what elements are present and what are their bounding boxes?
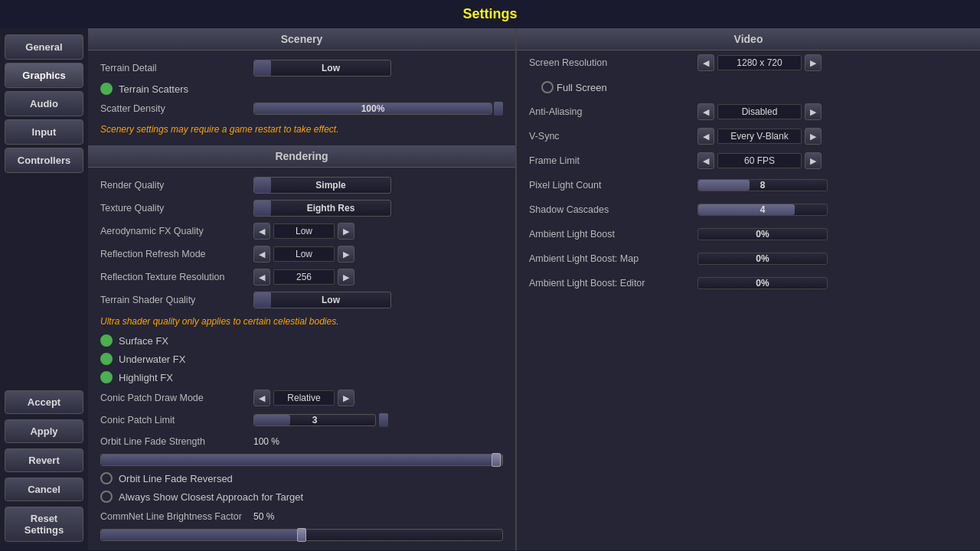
sidebar-item-general[interactable]: General [5, 34, 83, 60]
render-quality-value: Simple [271, 180, 390, 191]
sidebar-item-audio[interactable]: Audio [5, 91, 83, 116]
reflection-texture-row: Reflection Texture Resolution ◀ 256 ▶ [100, 266, 503, 289]
orbit-fade-reversed-radio[interactable] [100, 472, 113, 484]
commnet-brightness-row: CommNet Line Brightness Factor 50 % [100, 506, 503, 527]
terrain-detail-label: Terrain Detail [100, 63, 253, 73]
terrain-detail-slider[interactable]: Low [253, 60, 391, 77]
scenery-warning: Scenery settings may require a game rest… [100, 119, 503, 139]
terrain-scatters-checkbox[interactable] [100, 83, 113, 95]
conic-patch-draw-next[interactable]: ▶ [338, 390, 354, 406]
ambient-editor-slider[interactable]: 0% [697, 277, 828, 289]
commnet-brightness-fill [101, 530, 302, 540]
orbit-fade-value: 100 % [253, 436, 279, 447]
ambient-light-row: Ambient Light Boost 0% [517, 222, 980, 246]
ambient-map-label: Ambient Light Boost: Map [529, 253, 697, 264]
screen-resolution-prev[interactable]: ◀ [697, 54, 714, 71]
surface-fx-checkbox[interactable] [100, 334, 113, 347]
apply-button[interactable]: Apply [5, 419, 83, 443]
v-sync-prev[interactable]: ◀ [697, 128, 714, 145]
underwater-fx-label: Underwater FX [119, 354, 185, 365]
reflection-texture-control: ◀ 256 ▶ [253, 269, 503, 285]
commnet-brightness-track[interactable] [100, 529, 503, 541]
pixel-light-slider[interactable]: 8 [697, 179, 828, 191]
full-screen-row: Full Screen [517, 75, 980, 99]
shadow-cascades-fill [698, 204, 795, 215]
revert-button[interactable]: Revert [5, 448, 83, 472]
terrain-detail-control[interactable]: Low [253, 60, 503, 77]
screen-resolution-control: ◀ 980 x 551 ▶ [697, 54, 968, 71]
render-quality-control: Simple [253, 177, 503, 194]
pixel-light-row: Pixel Light Count 8 [517, 173, 980, 197]
content-area: Scenery Terrain Detail Low Terrain Sca [88, 28, 980, 550]
commnet-brightness-value: 50 % [253, 511, 274, 522]
aero-fx-next[interactable]: ▶ [338, 223, 354, 240]
reflection-refresh-label: Reflection Refresh Mode [100, 249, 253, 259]
always-show-closest-radio[interactable] [100, 491, 113, 503]
terrain-scatters-row: Terrain Scatters [100, 80, 503, 98]
v-sync-next[interactable]: ▶ [805, 128, 822, 145]
sidebar-item-graphics[interactable]: Graphics [5, 63, 83, 88]
scatter-density-label: Scatter Density [100, 103, 253, 114]
conic-patch-draw-prev[interactable]: ◀ [253, 390, 270, 406]
highlight-fx-label: Highlight FX [119, 372, 173, 383]
conic-patch-limit-control: 3 [253, 413, 503, 427]
v-sync-row: V-Sync ◀ Every V-Blank ▶ [517, 124, 980, 148]
render-quality-slider[interactable]: Simple [253, 177, 391, 194]
anti-aliasing-row: Anti-Aliasing ◀ Disabled ▶ [517, 99, 980, 124]
conic-patch-draw-row: Conic Patch Draw Mode ◀ Relative ▶ [100, 386, 503, 409]
screen-resolution-next[interactable]: ▶ [805, 54, 822, 71]
frame-limit-row: Frame Limit ◀ 60 FPS ▶ [517, 148, 980, 173]
terrain-shader-row: Terrain Shader Quality Low [100, 289, 503, 311]
reflection-texture-next[interactable]: ▶ [338, 269, 354, 285]
surface-fx-label: Surface FX [119, 335, 168, 347]
reflection-refresh-prev[interactable]: ◀ [253, 246, 270, 262]
sidebar-item-controllers[interactable]: Controllers [5, 148, 83, 173]
aero-fx-prev[interactable]: ◀ [253, 223, 270, 240]
orbit-fade-row: Orbit Line Fade Strength 100 % [100, 431, 503, 452]
pixel-light-value: 8 [760, 180, 766, 191]
underwater-fx-checkbox[interactable] [100, 353, 113, 365]
scatter-density-track[interactable]: 100% [253, 103, 492, 115]
cancel-button[interactable]: Cancel [5, 478, 83, 501]
anti-aliasing-next[interactable]: ▶ [805, 103, 822, 120]
conic-patch-limit-track[interactable]: 3 [253, 414, 376, 426]
highlight-fx-checkbox[interactable] [100, 371, 113, 383]
texture-quality-slider[interactable]: Eighth Res [253, 200, 391, 217]
pixel-light-control: 8 [697, 179, 968, 191]
shadow-cascades-control: 4 [697, 204, 968, 216]
aero-fx-row: Aerodynamic FX Quality ◀ Low ▶ [100, 220, 503, 243]
anti-aliasing-prev[interactable]: ◀ [697, 103, 714, 120]
accept-button[interactable]: Accept [5, 390, 83, 414]
render-quality-knob [254, 178, 271, 193]
full-screen-radio[interactable] [541, 81, 554, 93]
conic-patch-draw-label: Conic Patch Draw Mode [100, 393, 253, 403]
ambient-light-value: 0% [756, 229, 769, 240]
shadow-cascades-row: Shadow Cascades 4 [517, 197, 980, 222]
v-sync-control: ◀ Every V-Blank ▶ [697, 128, 968, 145]
right-panel: Video Screen Resolution ◀ 980 x 551 ▶ F… [517, 28, 980, 550]
orbit-fade-track[interactable] [100, 454, 503, 466]
scatter-density-control: 100% [253, 102, 503, 116]
frame-limit-prev[interactable]: ◀ [697, 152, 714, 169]
screen-resolution-row: Screen Resolution ◀ 980 x 551 ▶ [517, 51, 980, 75]
reflection-texture-prev[interactable]: ◀ [253, 269, 270, 285]
frame-limit-next[interactable]: ▶ [805, 152, 822, 169]
orbit-fade-control: 100 % [253, 436, 503, 447]
texture-quality-label: Texture Quality [100, 203, 253, 214]
terrain-shader-value: Low [271, 295, 390, 305]
reflection-refresh-next[interactable]: ▶ [338, 246, 354, 262]
frame-limit-value: 60 FPS [717, 153, 802, 168]
shadow-cascades-slider[interactable]: 4 [697, 204, 828, 216]
orbit-fade-fill [101, 455, 502, 465]
ambient-light-slider[interactable]: 0% [697, 228, 828, 240]
ambient-editor-value: 0% [756, 278, 769, 289]
conic-patch-draw-value: Relative [273, 390, 335, 406]
reset-settings-button[interactable]: Reset Settings [5, 507, 83, 542]
highlight-fx-row: Highlight FX [100, 368, 503, 386]
sidebar-item-input[interactable]: Input [5, 119, 83, 145]
commnet-brightness-slider-row [100, 527, 503, 544]
ambient-map-slider[interactable]: 0% [697, 253, 828, 265]
terrain-shader-slider[interactable]: Low [253, 292, 391, 308]
ultra-warning: Ultra shader quality only applies to cer… [100, 311, 503, 331]
orbit-fade-reversed-row: Orbit Line Fade Reversed [100, 469, 503, 487]
